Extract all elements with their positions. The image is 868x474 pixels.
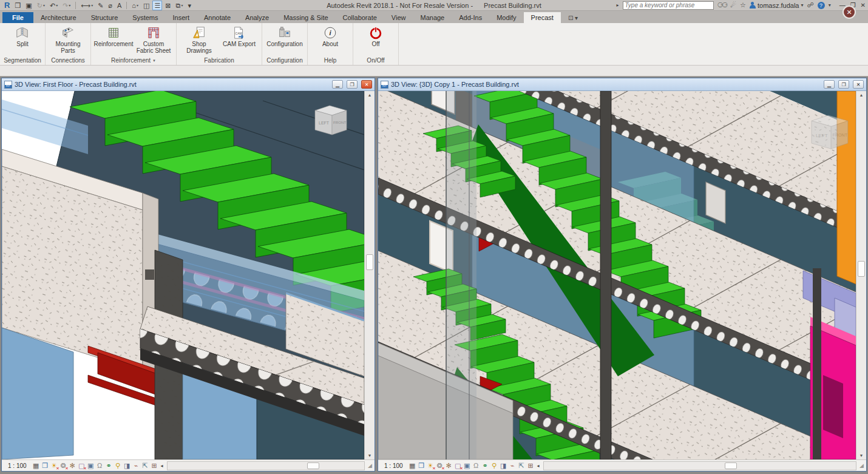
viewport-close-button[interactable]: ✕ <box>361 80 372 89</box>
reinforcement-button[interactable]: Reinforcement <box>95 24 132 48</box>
tab-add-ins[interactable]: Add-Ins <box>452 12 489 23</box>
tab-view[interactable]: View <box>384 12 413 23</box>
mounting-parts-button[interactable]: Mounting Parts <box>49 24 87 55</box>
session-close-badge[interactable]: ✕ <box>843 5 856 19</box>
viewport-minimize-button[interactable]: ▁ <box>824 80 835 89</box>
user-dropdown-icon[interactable]: ▾ <box>801 2 803 8</box>
shop-drawings-button[interactable]: Shop Drawings <box>180 24 218 55</box>
reveal-constraints-icon[interactable]: ⊞ <box>526 461 535 471</box>
viewport-restore-button[interactable]: ❐ <box>347 80 358 89</box>
viewport-3d-canvas-right[interactable]: LEFT FRONT <box>378 91 856 459</box>
temporary-view-properties-icon[interactable]: ◨ <box>123 461 132 471</box>
temporary-hide-isolate-icon[interactable]: ⚭ <box>481 461 490 471</box>
viewbar-collapse-icon[interactable]: ◂ <box>535 463 541 469</box>
measure-icon[interactable]: ⌀ <box>106 1 114 10</box>
visual-style-icon[interactable]: ❒ <box>417 461 426 471</box>
panel-title-reinforcement[interactable]: Reinforcement▼ <box>91 56 176 65</box>
viewbar-collapse-icon[interactable]: ◂ <box>159 463 165 469</box>
temporary-view-properties-icon[interactable]: ◨ <box>499 461 508 471</box>
viewport-titlebar[interactable]: 3D View: First Floor - Precast Building.… <box>2 78 375 91</box>
tab-collaborate[interactable]: Collaborate <box>336 12 384 23</box>
vsc-thumb[interactable] <box>858 261 865 277</box>
crop-region-icon[interactable]: ▣ <box>463 461 472 471</box>
tab-structure[interactable]: Structure <box>84 12 126 23</box>
aligned-dimension-icon[interactable]: ⟷▾ <box>79 1 95 10</box>
scroll-down-icon[interactable]: ▼ <box>368 452 372 459</box>
about-button[interactable]: iAbout <box>311 24 349 48</box>
rendering-dialog-icon[interactable]: ✻ <box>68 461 77 471</box>
scroll-up-icon[interactable]: ▲ <box>368 91 372 99</box>
sun-path-icon[interactable]: ☀✕ <box>426 461 435 471</box>
configuration-button[interactable]: Configuration <box>266 24 303 48</box>
detail-level-icon[interactable]: ▦ <box>408 461 417 471</box>
revit-logo[interactable]: R <box>2 1 12 10</box>
open-icon[interactable]: ❒ <box>13 1 22 10</box>
hsc-thumb[interactable] <box>307 462 319 469</box>
redo-icon[interactable]: ↷▾ <box>61 1 72 10</box>
tag-icon[interactable]: ✎ <box>96 1 105 10</box>
scroll-up-icon[interactable]: ▲ <box>860 91 864 99</box>
visual-style-icon[interactable]: ❒ <box>41 461 50 471</box>
reveal-hidden-elements-icon[interactable]: ⚲ <box>114 461 123 471</box>
default-3d-view-icon[interactable]: ⌂▾ <box>130 1 140 10</box>
unlocked-3d-view-icon[interactable]: Ω <box>95 461 104 471</box>
reveal-constraints-icon[interactable]: ⊞ <box>150 461 159 471</box>
view-scale-button[interactable]: 1 : 100 <box>379 462 408 469</box>
viewcube[interactable]: LEFT FRONT <box>315 106 347 135</box>
help-icon[interactable]: ? <box>818 2 825 9</box>
text-icon[interactable]: A <box>115 1 123 10</box>
custom-fabric-sheet-button[interactable]: Custom Fabric Sheet <box>135 24 172 55</box>
sync-icon[interactable]: ↻▾ <box>35 1 47 10</box>
tab-insert[interactable]: Insert <box>165 12 197 23</box>
tab-modify[interactable]: Modify <box>489 12 523 23</box>
panel-title-fabrication[interactable]: Fabrication <box>177 56 262 65</box>
vsc-thumb[interactable] <box>366 254 373 270</box>
thin-lines-icon[interactable]: ☰ <box>152 1 162 10</box>
viewport-restore-button[interactable]: ❐ <box>838 80 849 89</box>
horizontal-scrollbar[interactable] <box>167 461 365 470</box>
tab-file[interactable]: File <box>2 12 33 23</box>
help-dropdown-icon[interactable]: ▾ <box>829 2 831 8</box>
reveal-hidden-elements-icon[interactable]: ⚲ <box>490 461 499 471</box>
split-button[interactable]: Split <box>4 24 41 48</box>
view-scale-button[interactable]: 1 : 100 <box>3 462 32 469</box>
ribbon-display-toggle[interactable]: ⊡ ▾ <box>565 13 581 23</box>
tab-manage[interactable]: Manage <box>413 12 452 23</box>
crop-view-icon[interactable]: ▢✕ <box>453 461 463 471</box>
tab-architecture[interactable]: Architecture <box>33 12 84 23</box>
sun-path-icon[interactable]: ☀✕ <box>50 461 59 471</box>
viewcube[interactable]: LEFT FRONT <box>812 115 848 149</box>
search-binoculars-icon[interactable]: ⚆⚆ <box>717 1 727 9</box>
shadows-icon[interactable]: ❂✕ <box>59 461 68 471</box>
tab-systems[interactable]: Systems <box>125 12 165 23</box>
scroll-down-icon[interactable]: ▼ <box>860 452 864 459</box>
sign-in-control[interactable]: tomasz.fudala ▾ <box>750 2 804 9</box>
save-icon[interactable]: ▣ <box>24 1 33 10</box>
hsc-thumb[interactable] <box>725 462 737 469</box>
analytical-model-icon[interactable]: ⌁ <box>508 461 517 471</box>
window-close-button[interactable]: ✕ <box>861 2 866 8</box>
detail-level-icon[interactable]: ▦ <box>32 461 41 471</box>
unlocked-3d-view-icon[interactable]: Ω <box>472 461 481 471</box>
qat-customize-icon[interactable]: ▾ <box>186 1 193 10</box>
analytical-model-icon[interactable]: ⌁ <box>132 461 141 471</box>
close-hidden-windows-icon[interactable]: ⊠ <box>163 1 172 10</box>
displacement-sets-icon[interactable]: ⇱ <box>517 461 526 471</box>
tab-precast[interactable]: Precast <box>524 12 561 23</box>
cam-export-button[interactable]: CAMCAM Export <box>220 24 258 48</box>
viewport-minimize-button[interactable]: ▁ <box>332 80 343 89</box>
tab-massing-site[interactable]: Massing & Site <box>276 12 335 23</box>
favorites-star-icon[interactable]: ☆ <box>740 1 746 9</box>
panel-title-connections[interactable]: Connections <box>46 56 90 65</box>
panel-title-help[interactable]: Help <box>308 56 353 65</box>
subscription-center-icon[interactable]: ☄ <box>730 1 736 9</box>
displacement-sets-icon[interactable]: ⇱ <box>141 461 150 471</box>
crop-view-icon[interactable]: ▢✕ <box>77 461 86 471</box>
resize-grip[interactable]: ◢ <box>367 462 373 469</box>
exchange-apps-cart-icon[interactable]: ☍ <box>807 1 813 9</box>
viewport-titlebar[interactable]: 3D View: {3D} Copy 1 - Precast Building.… <box>378 78 866 91</box>
switch-windows-icon[interactable]: ⧉▾ <box>174 1 185 10</box>
shadows-icon[interactable]: ❂✕ <box>435 461 444 471</box>
vertical-scrollbar[interactable]: ▲ ▼ <box>856 91 866 459</box>
panel-title-on-off[interactable]: On/Off <box>353 56 398 65</box>
